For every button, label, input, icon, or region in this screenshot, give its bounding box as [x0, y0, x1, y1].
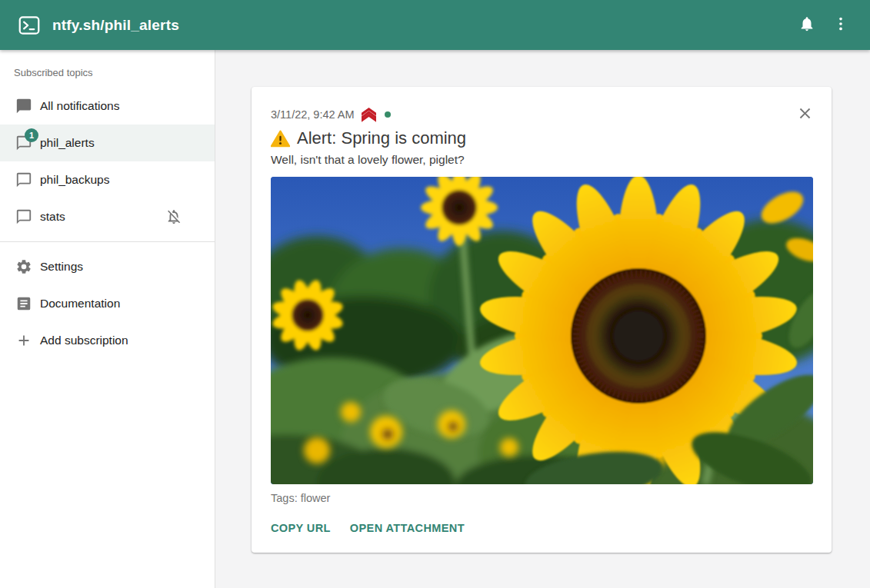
sidebar-item-label: All notifications	[40, 99, 202, 113]
notification-actions: COPY URL OPEN ATTACHMENT	[271, 520, 813, 536]
app-bar-left: ntfy.sh/phil_alerts	[0, 14, 179, 37]
terminal-logo-icon	[18, 14, 41, 37]
triple-chevron-up-max-priority-icon	[360, 108, 378, 122]
sidebar-divider	[0, 241, 215, 242]
unread-dot	[385, 111, 391, 118]
app-bar: ntfy.sh/phil_alerts	[0, 0, 870, 50]
sidebar-item-add-subscription[interactable]: Add subscription	[0, 322, 215, 359]
chat-bubble-outline-icon	[15, 208, 32, 225]
close-icon	[796, 105, 814, 125]
notification-body: Well, isn't that a lovely flower, piglet…	[271, 153, 813, 167]
notification-card: 3/11/22, 9:42 AM	[252, 87, 832, 553]
chat-bubble-outline-icon: 1	[15, 135, 32, 151]
plus-icon	[15, 332, 32, 349]
sidebar-item-label: stats	[40, 210, 165, 224]
overflow-menu-button[interactable]	[824, 8, 858, 42]
sidebar-item-phil-backups[interactable]: phil_backups	[0, 161, 215, 198]
sidebar: Subscribed topics All notifications 1 ph…	[0, 50, 215, 588]
copy-url-button[interactable]: COPY URL	[271, 520, 331, 536]
attachment-image-sunflowers[interactable]	[271, 177, 813, 484]
notification-title: Alert: Spring is coming	[297, 128, 466, 148]
sidebar-item-all-notifications[interactable]: All notifications	[0, 88, 215, 125]
bell-off-icon	[165, 208, 182, 225]
bell-icon	[798, 15, 815, 35]
subscribed-topics-label: Subscribed topics	[0, 50, 215, 88]
close-notification-button[interactable]	[794, 104, 815, 125]
kebab-menu-icon	[832, 15, 849, 35]
main-content: 3/11/22, 9:42 AM	[215, 50, 870, 588]
notification-timestamp: 3/11/22, 9:42 AM	[271, 108, 355, 121]
open-attachment-button[interactable]: OPEN ATTACHMENT	[350, 520, 465, 536]
app-bar-actions	[790, 8, 870, 42]
notifications-bell-button[interactable]	[790, 8, 824, 42]
sidebar-item-label: Settings	[40, 260, 202, 274]
sidebar-item-label: Add subscription	[40, 334, 202, 347]
sidebar-item-stats[interactable]: stats	[0, 198, 215, 235]
article-icon	[15, 295, 32, 312]
chat-bubble-filled-icon	[15, 98, 32, 115]
gear-icon	[15, 258, 32, 275]
sidebar-item-label: phil_backups	[40, 173, 202, 187]
notification-header: 3/11/22, 9:42 AM	[271, 107, 813, 122]
notification-title-row: Alert: Spring is coming	[271, 128, 813, 148]
sidebar-item-label: phil_alerts	[40, 136, 202, 150]
warning-triangle-emoji-icon	[271, 130, 290, 148]
sidebar-item-label: Documentation	[40, 297, 202, 311]
app-title: ntfy.sh/phil_alerts	[52, 17, 179, 34]
unread-count-badge: 1	[25, 128, 38, 142]
chat-bubble-outline-icon	[15, 171, 32, 188]
notification-tags: Tags: flower	[271, 492, 813, 504]
sidebar-item-phil-alerts[interactable]: 1 phil_alerts	[0, 125, 215, 161]
sidebar-item-documentation[interactable]: Documentation	[0, 285, 215, 322]
sidebar-item-settings[interactable]: Settings	[0, 248, 215, 285]
